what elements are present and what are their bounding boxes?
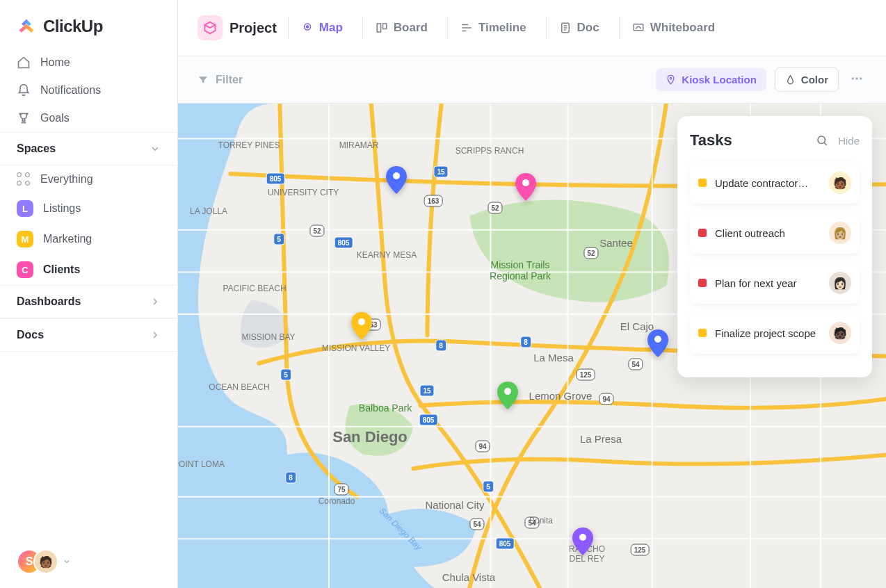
- svg-point-7: [852, 77, 854, 79]
- tab-doc-label: Doc: [577, 21, 599, 35]
- color-pill[interactable]: Color: [775, 67, 839, 92]
- nav-goals-label: Goals: [40, 112, 70, 124]
- task-title: Update contractor…: [715, 177, 821, 189]
- map-pin-yellow[interactable]: [351, 312, 372, 340]
- chevron-right-icon: [150, 329, 161, 341]
- svg-point-13: [358, 318, 365, 325]
- bell-icon: [17, 83, 31, 97]
- sidebar: ClickUp Home Notifications Goals Spaces …: [0, 0, 178, 588]
- status-dot: [698, 179, 707, 187]
- brand-logo[interactable]: ClickUp: [0, 0, 177, 49]
- space-item-clients[interactable]: CClients: [0, 254, 177, 285]
- task-card[interactable]: Client outreach👩🏼: [690, 212, 860, 254]
- space-label: Clients: [43, 263, 80, 276]
- tab-timeline-label: Timeline: [478, 21, 526, 35]
- route-shield: 805: [335, 237, 353, 249]
- tab-board[interactable]: Board: [362, 17, 436, 39]
- route-shield: 8: [285, 472, 296, 484]
- more-button[interactable]: [847, 69, 867, 91]
- task-card[interactable]: Update contractor…🧑🏾: [690, 162, 860, 204]
- spaces-header[interactable]: Spaces: [0, 132, 177, 165]
- svg-point-8: [855, 77, 857, 79]
- dashboards-section[interactable]: Dashboards: [0, 285, 177, 318]
- search-icon[interactable]: [816, 134, 828, 147]
- task-card[interactable]: Plan for next year👩🏻: [690, 262, 860, 304]
- everything-item[interactable]: Everything: [0, 165, 177, 193]
- tab-timeline[interactable]: Timeline: [447, 17, 535, 39]
- chevron-down-icon: [150, 143, 161, 154]
- svg-point-9: [860, 77, 862, 79]
- map-pin-edge[interactable]: [647, 329, 668, 357]
- route-shield: 5: [280, 369, 291, 381]
- location-icon: [666, 74, 676, 85]
- nav-home[interactable]: Home: [0, 49, 177, 76]
- nav-notifications[interactable]: Notifications: [0, 76, 177, 104]
- svg-rect-3: [382, 24, 386, 29]
- space-label: Marketing: [43, 233, 92, 245]
- space-badge: M: [17, 231, 33, 247]
- project-chip[interactable]: Project: [198, 15, 277, 40]
- svg-point-12: [522, 179, 529, 186]
- spaces-list: LListingsMMarketingCClients: [0, 193, 177, 285]
- map-label: KEARNY MESA: [357, 250, 417, 260]
- space-badge: C: [17, 261, 33, 278]
- sidebar-footer[interactable]: S 🧑🏾: [0, 535, 177, 588]
- tab-map-label: Map: [319, 21, 343, 35]
- tab-doc[interactable]: Doc: [546, 17, 608, 39]
- space-item-marketing[interactable]: MMarketing: [0, 224, 177, 254]
- map-canvas[interactable]: 805 15 5 52 805 163 52 52 5 8 163 15 8 8…: [178, 104, 886, 588]
- route-shield: 125: [631, 544, 650, 556]
- route-shield: 5: [483, 481, 494, 493]
- tasks-header: Tasks Hide: [690, 131, 860, 149]
- everything-icon: [17, 172, 31, 186]
- kiosk-location-pill[interactable]: Kiosk Location: [656, 68, 766, 91]
- route-shield: 54: [469, 518, 484, 530]
- nav-home-label: Home: [40, 56, 70, 69]
- nav-goals[interactable]: Goals: [0, 104, 177, 132]
- tasks-panel: Tasks Hide Update contractor…🧑🏾Client ou…: [677, 116, 872, 377]
- nav-notifications-label: Notifications: [40, 84, 101, 97]
- map-pin-blue[interactable]: [386, 166, 407, 194]
- docs-section[interactable]: Docs: [0, 318, 177, 352]
- route-shield: 15: [419, 385, 434, 397]
- map-label: Bonita: [529, 516, 553, 525]
- kiosk-label: Kiosk Location: [682, 74, 757, 85]
- map-pin-green[interactable]: [497, 382, 518, 409]
- map-label: UNIVERSITY CITY: [268, 188, 339, 197]
- svg-point-11: [393, 172, 400, 179]
- map-label: San Diego: [332, 428, 408, 446]
- tab-map[interactable]: Map: [288, 17, 351, 39]
- map-label: POINT LOMA: [178, 459, 225, 469]
- hide-button[interactable]: Hide: [838, 135, 860, 147]
- trophy-icon: [17, 111, 31, 125]
- map-label: OCEAN BEACH: [209, 382, 269, 392]
- map-label: Balboa Park: [359, 402, 412, 414]
- dots-icon: [850, 72, 864, 85]
- chevron-right-icon: [150, 296, 161, 307]
- svg-point-16: [654, 336, 661, 343]
- task-avatar: 👩🏼: [829, 222, 851, 244]
- whiteboard-icon: [632, 22, 645, 34]
- tasks-list: Update contractor…🧑🏾Client outreach👩🏼Pla…: [690, 162, 860, 354]
- map-pin-pink[interactable]: [515, 173, 536, 201]
- map-label: MISSION VALLEY: [322, 343, 390, 353]
- space-item-listings[interactable]: LListings: [0, 193, 177, 224]
- map-label: TORREY PINES: [218, 140, 280, 150]
- route-shield: 94: [599, 393, 613, 405]
- docs-label: Docs: [17, 329, 44, 341]
- map-pin-purple[interactable]: [572, 528, 593, 555]
- home-icon: [17, 56, 31, 70]
- route-shield: 54: [628, 359, 643, 370]
- map-label: National City: [425, 499, 484, 511]
- route-shield: 52: [309, 225, 324, 237]
- tab-whiteboard[interactable]: Whiteboard: [619, 17, 724, 39]
- filter-button[interactable]: Filter: [198, 74, 243, 86]
- toolbar: Filter Kiosk Location Color: [178, 56, 886, 104]
- task-card[interactable]: Finalize project scope🧑🏿: [690, 312, 860, 354]
- route-shield: 75: [334, 484, 348, 496]
- task-avatar: 👩🏻: [829, 272, 851, 294]
- status-dot: [698, 329, 707, 337]
- project-icon: [198, 15, 223, 40]
- route-shield: 805: [419, 414, 438, 426]
- svg-point-17: [818, 136, 825, 144]
